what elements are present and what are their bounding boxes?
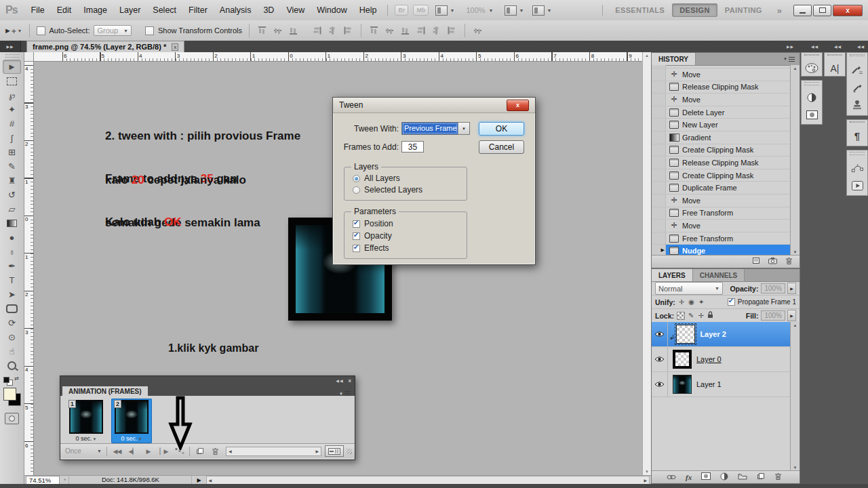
close-button[interactable]: x [833,5,863,16]
arrange-documents-button[interactable]: ▼ [435,5,454,16]
opacity-slider-arrow[interactable]: ▶ [787,283,796,294]
scroll-left-icon[interactable]: ◀ [229,449,232,453]
default-colors-icon[interactable]: ⇄ [3,377,14,386]
frame-delay-selector[interactable]: 0 sec.▼ [113,435,151,442]
zoom-percentage-field[interactable]: 74.51% [26,476,60,485]
animation-panel-titlebar[interactable]: ◀◀ x [60,376,355,384]
menu-item[interactable]: Layer [113,1,146,20]
align-top-edges-icon[interactable] [258,26,267,35]
menu-item[interactable]: Image [77,1,113,20]
unify-style-icon[interactable]: ✦ [698,298,704,306]
layers-radio-option[interactable]: All Layers [353,174,467,183]
unify-visibility-icon[interactable]: ◉ [688,298,694,306]
bridge-button[interactable]: Br [395,5,408,16]
move-tool[interactable]: ► [3,60,21,74]
adjustments-panel-icon[interactable] [804,93,819,102]
layer-style-icon[interactable]: fx [686,473,692,481]
align-horizontal-centers-icon[interactable] [329,26,337,35]
quick-mask-button[interactable] [5,413,19,424]
ok-button[interactable]: OK [479,122,524,136]
history-source-well[interactable] [652,245,666,256]
layer-thumbnail[interactable] [673,375,692,394]
history-item[interactable]: Create Clipping Mask [652,144,791,157]
history-item[interactable]: Move [652,220,791,232]
zoom-level-dropdown[interactable]: 100% ▼ [466,6,493,14]
layers-radio-option[interactable]: Selected Layers [353,185,467,195]
history-source-well[interactable] [652,157,666,169]
unify-position-icon[interactable]: ✛ [679,298,684,306]
workspace-button[interactable]: DESIGN [672,3,717,17]
history-item[interactable]: Gradient [652,131,791,144]
ruler-origin-box[interactable] [24,52,34,62]
hand-tool[interactable]: ☝ [3,344,21,359]
scroll-right-icon[interactable]: ▶ [644,478,647,483]
animation-scrollbar[interactable]: ◀ ▶ [226,447,321,456]
status-flyout-arrow[interactable]: ▶ [195,477,203,483]
tool-preset-picker[interactable]: ►✛ ▼ [4,26,22,35]
toolbox-grip[interactable] [5,54,19,58]
history-source-well[interactable] [652,182,666,194]
panel-menu-icon[interactable]: ▼ [335,391,355,396]
dock-collapse-button[interactable]: ◀◀ [834,41,842,52]
dock-collapse-button[interactable]: ◀◀ [811,41,818,52]
foreground-color-swatch[interactable] [3,388,16,401]
parameter-checkbox[interactable]: Effects [353,243,467,253]
visibility-eye-icon[interactable] [652,372,668,396]
history-item[interactable]: Move [652,94,791,106]
align-left-edges-icon[interactable] [313,26,321,35]
shape-tool[interactable] [3,302,21,316]
lock-transparent-pixels-icon[interactable] [677,312,685,320]
Layer 2[interactable]: ↲ Layer 2 [652,322,791,347]
history-item[interactable]: Move [652,195,791,207]
scroll-right-icon[interactable]: ▶ [315,449,319,453]
history-source-well[interactable] [652,220,666,232]
show-transform-controls-checkbox[interactable] [145,26,154,35]
swap-colors-icon[interactable]: ⇄ [14,375,19,382]
view-extras-button[interactable]: ▼ [505,5,524,16]
masks-panel-icon[interactable] [804,110,819,119]
history-source-well[interactable] [652,81,666,94]
close-icon[interactable]: x [507,100,529,111]
menu-item[interactable]: Analysis [214,1,258,20]
character-panel-icon[interactable]: A| [827,63,842,74]
crop-tool[interactable]: # [3,117,21,131]
history-source-well[interactable] [652,94,666,106]
tween-with-dropdown[interactable]: Previous Frame ▼ [401,122,470,135]
panel-tab[interactable]: CHANNELS [693,269,745,281]
menu-item[interactable]: Select [146,1,182,20]
brush-tool[interactable]: ✎ [3,159,21,174]
history-source-well[interactable] [652,169,666,182]
history-source-well[interactable] [652,144,666,157]
fill-value[interactable]: 100% [761,310,785,321]
distribute-left-edges-icon[interactable] [417,26,425,35]
gradient-tool[interactable] [3,216,21,230]
new-layer-icon[interactable] [757,472,765,482]
zoom-tool[interactable] [3,359,21,373]
eyedropper-tool[interactable]: ʃ [3,131,21,145]
paragraph-panel-icon[interactable]: ¶ [850,130,865,142]
looping-options-dropdown[interactable]: Once ▼ [63,447,104,455]
history-source-well[interactable] [652,232,666,245]
menu-item[interactable]: Help [353,1,383,20]
play-button[interactable]: ▶ [141,446,155,457]
scroll-up-icon[interactable]: ▲ [793,323,797,327]
tab-overflow-button[interactable]: ▶▶ [0,41,21,52]
pen-tool[interactable]: ✒ [3,259,21,273]
visibility-eye-icon[interactable] [652,322,668,346]
workspace-button[interactable]: ESSENTIALS [608,3,672,17]
mini-bridge-button[interactable]: Mb [413,5,429,16]
panel-menu-icon[interactable]: ▼ [778,53,800,65]
menu-item[interactable]: View [280,1,311,20]
Layer 0[interactable]: ↲ Layer 0 [652,347,791,372]
history-item[interactable]: Release Clipping Mask [652,157,791,169]
new-group-icon[interactable] [738,472,747,482]
animation-frame[interactable]: 1 0 sec.▼ [66,399,106,443]
history-brush-tool[interactable]: ↺ [3,188,21,202]
dock-expand-button[interactable]: ▶▶ [787,41,794,52]
align-vertical-centers-icon[interactable] [273,26,282,35]
scroll-down-icon[interactable]: ▼ [793,250,797,254]
history-item[interactable]: Release Clipping Mask [652,81,791,94]
history-item[interactable]: Duplicate Frame [652,182,791,195]
path-selection-tool[interactable]: ➤ [3,287,21,302]
canvas-viewport[interactable]: 2. tween with : pilih provious Frame Fra… [34,62,642,475]
